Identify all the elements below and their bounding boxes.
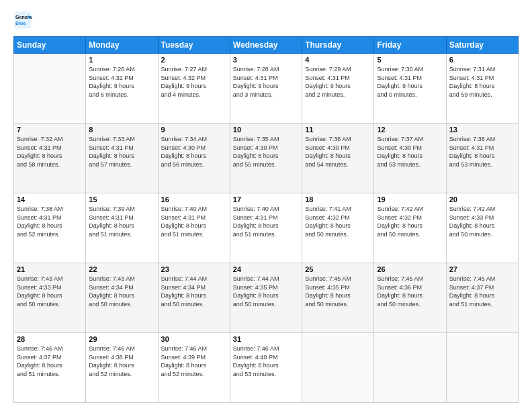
calendar-cell: [302, 333, 374, 403]
week-row-2: 7Sunrise: 7:32 AM Sunset: 4:31 PM Daylig…: [14, 124, 519, 193]
day-info: Sunrise: 7:45 AM Sunset: 4:37 PM Dayligh…: [449, 275, 515, 308]
weekday-wednesday: Wednesday: [230, 37, 302, 54]
calendar-cell: 7Sunrise: 7:32 AM Sunset: 4:31 PM Daylig…: [14, 124, 86, 193]
day-number: 20: [449, 195, 515, 203]
day-info: Sunrise: 7:26 AM Sunset: 4:32 PM Dayligh…: [89, 65, 154, 99]
day-number: 29: [89, 335, 154, 343]
logo: General Blue: [13, 11, 32, 30]
day-number: 16: [161, 195, 227, 203]
day-number: 2: [161, 56, 227, 64]
calendar-cell: 13Sunrise: 7:38 AM Sunset: 4:31 PM Dayli…: [446, 124, 518, 193]
day-info: Sunrise: 7:31 AM Sunset: 4:31 PM Dayligh…: [449, 65, 515, 99]
calendar-cell: 17Sunrise: 7:40 AM Sunset: 4:31 PM Dayli…: [230, 193, 302, 263]
calendar-cell: 22Sunrise: 7:43 AM Sunset: 4:34 PM Dayli…: [86, 263, 158, 333]
calendar-cell: 6Sunrise: 7:31 AM Sunset: 4:31 PM Daylig…: [446, 54, 518, 124]
calendar-cell: 15Sunrise: 7:39 AM Sunset: 4:31 PM Dayli…: [86, 193, 158, 263]
day-info: Sunrise: 7:46 AM Sunset: 4:37 PM Dayligh…: [17, 345, 83, 378]
day-info: Sunrise: 7:43 AM Sunset: 4:33 PM Dayligh…: [17, 275, 83, 308]
calendar-cell: [374, 333, 446, 403]
day-number: 6: [449, 56, 515, 64]
calendar-cell: 19Sunrise: 7:42 AM Sunset: 4:32 PM Dayli…: [374, 193, 446, 263]
day-number: 17: [233, 195, 299, 203]
day-number: 3: [233, 56, 299, 64]
day-info: Sunrise: 7:44 AM Sunset: 4:35 PM Dayligh…: [233, 275, 299, 308]
calendar-cell: 5Sunrise: 7:30 AM Sunset: 4:31 PM Daylig…: [374, 54, 446, 124]
calendar-cell: 21Sunrise: 7:43 AM Sunset: 4:33 PM Dayli…: [14, 263, 86, 333]
day-info: Sunrise: 7:38 AM Sunset: 4:31 PM Dayligh…: [17, 205, 83, 238]
calendar-cell: 2Sunrise: 7:27 AM Sunset: 4:32 PM Daylig…: [158, 54, 230, 124]
day-info: Sunrise: 7:45 AM Sunset: 4:35 PM Dayligh…: [305, 275, 371, 308]
calendar-cell: 20Sunrise: 7:42 AM Sunset: 4:33 PM Dayli…: [446, 193, 518, 263]
day-info: Sunrise: 7:36 AM Sunset: 4:30 PM Dayligh…: [305, 135, 371, 169]
day-info: Sunrise: 7:32 AM Sunset: 4:31 PM Dayligh…: [17, 135, 83, 169]
day-info: Sunrise: 7:42 AM Sunset: 4:33 PM Dayligh…: [449, 205, 515, 238]
calendar-cell: 29Sunrise: 7:46 AM Sunset: 4:38 PM Dayli…: [86, 333, 158, 403]
page: General Blue SundayMondayTuesdayWednesda…: [0, 0, 532, 411]
day-number: 7: [17, 126, 83, 134]
day-info: Sunrise: 7:35 AM Sunset: 4:30 PM Dayligh…: [233, 135, 299, 169]
day-number: 5: [377, 56, 443, 64]
day-number: 24: [233, 265, 299, 273]
day-info: Sunrise: 7:34 AM Sunset: 4:30 PM Dayligh…: [161, 135, 227, 169]
header: General Blue: [13, 11, 519, 30]
day-number: 28: [17, 335, 83, 343]
calendar-cell: 26Sunrise: 7:45 AM Sunset: 4:36 PM Dayli…: [374, 263, 446, 333]
day-info: Sunrise: 7:29 AM Sunset: 4:31 PM Dayligh…: [305, 65, 371, 99]
day-info: Sunrise: 7:46 AM Sunset: 4:38 PM Dayligh…: [89, 345, 154, 378]
day-number: 10: [233, 126, 299, 134]
calendar: SundayMondayTuesdayWednesdayThursdayFrid…: [13, 36, 519, 403]
day-number: 25: [305, 265, 371, 273]
day-number: 9: [161, 126, 227, 134]
day-number: 14: [17, 195, 83, 203]
day-number: 21: [17, 265, 83, 273]
weekday-friday: Friday: [374, 37, 446, 54]
week-row-4: 21Sunrise: 7:43 AM Sunset: 4:33 PM Dayli…: [14, 263, 519, 333]
day-info: Sunrise: 7:37 AM Sunset: 4:30 PM Dayligh…: [377, 135, 443, 169]
day-number: 22: [89, 265, 154, 273]
calendar-cell: 14Sunrise: 7:38 AM Sunset: 4:31 PM Dayli…: [14, 193, 86, 263]
day-info: Sunrise: 7:27 AM Sunset: 4:32 PM Dayligh…: [161, 65, 227, 99]
calendar-cell: 16Sunrise: 7:40 AM Sunset: 4:31 PM Dayli…: [158, 193, 230, 263]
day-number: 13: [449, 126, 515, 134]
day-number: 23: [161, 265, 227, 273]
day-info: Sunrise: 7:38 AM Sunset: 4:31 PM Dayligh…: [449, 135, 515, 169]
calendar-cell: 23Sunrise: 7:44 AM Sunset: 4:34 PM Dayli…: [158, 263, 230, 333]
calendar-cell: 8Sunrise: 7:33 AM Sunset: 4:31 PM Daylig…: [86, 124, 158, 193]
week-row-3: 14Sunrise: 7:38 AM Sunset: 4:31 PM Dayli…: [14, 193, 519, 263]
weekday-monday: Monday: [86, 37, 158, 54]
day-number: 4: [305, 56, 371, 64]
weekday-saturday: Saturday: [446, 37, 518, 54]
day-number: 19: [377, 195, 443, 203]
day-info: Sunrise: 7:28 AM Sunset: 4:31 PM Dayligh…: [233, 65, 299, 99]
calendar-cell: 11Sunrise: 7:36 AM Sunset: 4:30 PM Dayli…: [302, 124, 374, 193]
logo-icon: General Blue: [13, 11, 32, 30]
calendar-cell: 4Sunrise: 7:29 AM Sunset: 4:31 PM Daylig…: [302, 54, 374, 124]
day-info: Sunrise: 7:42 AM Sunset: 4:32 PM Dayligh…: [377, 205, 443, 238]
calendar-cell: 18Sunrise: 7:41 AM Sunset: 4:32 PM Dayli…: [302, 193, 374, 263]
day-info: Sunrise: 7:40 AM Sunset: 4:31 PM Dayligh…: [161, 205, 227, 238]
day-info: Sunrise: 7:30 AM Sunset: 4:31 PM Dayligh…: [377, 65, 443, 99]
calendar-cell: 12Sunrise: 7:37 AM Sunset: 4:30 PM Dayli…: [374, 124, 446, 193]
week-row-1: 1Sunrise: 7:26 AM Sunset: 4:32 PM Daylig…: [14, 54, 519, 124]
day-info: Sunrise: 7:43 AM Sunset: 4:34 PM Dayligh…: [89, 275, 154, 308]
calendar-cell: 27Sunrise: 7:45 AM Sunset: 4:37 PM Dayli…: [446, 263, 518, 333]
day-info: Sunrise: 7:33 AM Sunset: 4:31 PM Dayligh…: [89, 135, 154, 169]
calendar-cell: 25Sunrise: 7:45 AM Sunset: 4:35 PM Dayli…: [302, 263, 374, 333]
calendar-cell: 1Sunrise: 7:26 AM Sunset: 4:32 PM Daylig…: [86, 54, 158, 124]
svg-text:Blue: Blue: [15, 21, 26, 26]
day-number: 27: [449, 265, 515, 273]
calendar-cell: 28Sunrise: 7:46 AM Sunset: 4:37 PM Dayli…: [14, 333, 86, 403]
day-number: 30: [161, 335, 227, 343]
day-info: Sunrise: 7:45 AM Sunset: 4:36 PM Dayligh…: [377, 275, 443, 308]
day-number: 31: [233, 335, 299, 343]
calendar-cell: 31Sunrise: 7:46 AM Sunset: 4:40 PM Dayli…: [230, 333, 302, 403]
day-number: 26: [377, 265, 443, 273]
day-number: 8: [89, 126, 154, 134]
svg-rect-0: [15, 12, 32, 29]
day-info: Sunrise: 7:40 AM Sunset: 4:31 PM Dayligh…: [233, 205, 299, 238]
weekday-sunday: Sunday: [14, 37, 86, 54]
weekday-thursday: Thursday: [302, 37, 374, 54]
calendar-cell: 30Sunrise: 7:46 AM Sunset: 4:39 PM Dayli…: [158, 333, 230, 403]
day-number: 12: [377, 126, 443, 134]
day-number: 11: [305, 126, 371, 134]
